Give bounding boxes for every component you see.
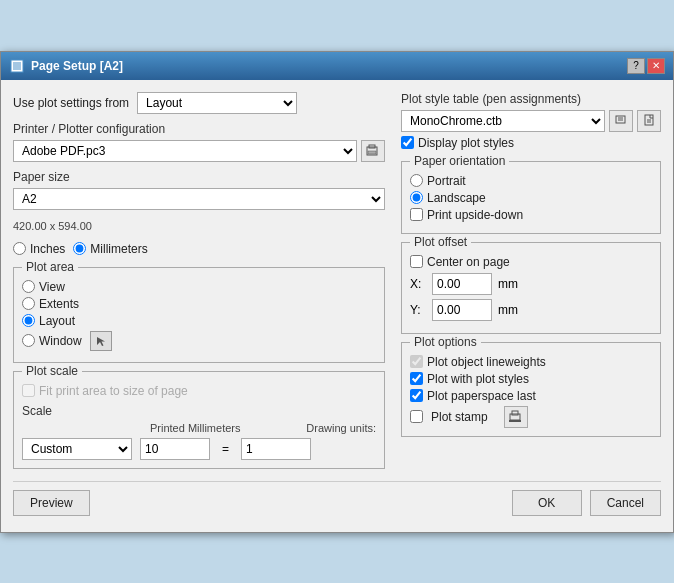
print-upside-down-label: Print upside-down <box>427 208 523 222</box>
fit-print-label: Fit print area to size of page <box>39 384 188 398</box>
scale-row: Custom = <box>22 438 376 460</box>
printer-properties-button[interactable] <box>361 140 385 162</box>
dialog-title: Page Setup [A2] <box>31 59 123 73</box>
print-upside-down-checkbox[interactable] <box>410 208 423 221</box>
window-radio[interactable] <box>22 334 35 347</box>
plot-scale-title: Plot scale <box>22 364 82 378</box>
printed-mm-input[interactable] <box>140 438 210 460</box>
plot-with-plot-styles-checkbox[interactable] <box>410 372 423 385</box>
printer-select[interactable]: Adobe PDF.pc3 <box>13 140 357 162</box>
extents-radio[interactable] <box>22 297 35 310</box>
millimeters-radio[interactable] <box>73 242 86 255</box>
scale-sub-labels: Printed Millimeters Drawing units: <box>22 422 376 434</box>
edit-plot-style-button[interactable] <box>609 110 633 132</box>
help-button[interactable]: ? <box>627 58 645 74</box>
paper-orientation-group: Paper orientation Portrait Landscape <box>401 161 661 234</box>
edit-icon <box>615 114 628 127</box>
plot-stamp-settings-button[interactable] <box>504 406 528 428</box>
plot-paperspace-last-label: Plot paperspace last <box>427 389 536 403</box>
app-icon <box>9 58 25 74</box>
use-plot-settings-label: Use plot settings from <box>13 96 129 110</box>
center-on-page-label: Center on page <box>427 255 510 269</box>
new-file-icon <box>643 114 656 127</box>
layout-radio[interactable] <box>22 314 35 327</box>
plot-area-title: Plot area <box>22 260 78 274</box>
cancel-button[interactable]: Cancel <box>590 490 661 516</box>
plot-options-title: Plot options <box>410 335 481 349</box>
fit-print-checkbox[interactable] <box>22 384 35 397</box>
x-label: X: <box>410 277 426 291</box>
plot-scale-group: Plot scale Fit print area to size of pag… <box>13 371 385 469</box>
cursor-icon <box>95 335 107 347</box>
left-column: Use plot settings from Layout Printer / … <box>13 92 385 469</box>
plot-stamp-label: Plot stamp <box>431 410 488 424</box>
millimeters-label: Millimeters <box>90 242 147 256</box>
printed-mm-sublabel: Printed Millimeters <box>150 422 298 434</box>
view-radio-row: View <box>22 280 376 294</box>
display-plot-styles-label: Display plot styles <box>418 136 514 150</box>
center-on-page-row: Center on page <box>410 255 652 269</box>
drawing-units-input[interactable] <box>241 438 311 460</box>
window-radio-row: Window <box>22 331 376 351</box>
scale-label: Scale <box>22 404 376 418</box>
portrait-label: Portrait <box>427 174 466 188</box>
view-label: View <box>39 280 65 294</box>
plot-offset-group: Plot offset Center on page X: mm Y: <box>401 242 661 334</box>
inches-label: Inches <box>30 242 65 256</box>
printer-row: Adobe PDF.pc3 <box>13 140 385 162</box>
new-plot-style-button[interactable] <box>637 110 661 132</box>
plot-object-lineweights-checkbox[interactable] <box>410 355 423 368</box>
print-upside-down-row: Print upside-down <box>410 208 652 222</box>
center-on-page-checkbox[interactable] <box>410 255 423 268</box>
display-plot-styles-checkbox[interactable] <box>401 136 414 149</box>
plot-style-table-label: Plot style table (pen assignments) <box>401 92 661 106</box>
scale-select[interactable]: Custom <box>22 438 132 460</box>
landscape-radio[interactable] <box>410 191 423 204</box>
svg-marker-5 <box>97 337 105 346</box>
title-bar-buttons: ? ✕ <box>627 58 665 74</box>
view-radio[interactable] <box>22 280 35 293</box>
preview-button[interactable]: Preview <box>13 490 90 516</box>
svg-rect-14 <box>509 420 521 422</box>
right-column: Plot style table (pen assignments) MonoC… <box>401 92 661 469</box>
window-select-button[interactable] <box>90 331 112 351</box>
title-bar-left: Page Setup [A2] <box>9 58 123 74</box>
display-plot-styles-row: Display plot styles <box>401 136 661 150</box>
svg-rect-1 <box>13 62 21 70</box>
x-offset-row: X: mm <box>410 273 652 295</box>
close-button[interactable]: ✕ <box>647 58 665 74</box>
main-columns: Use plot settings from Layout Printer / … <box>13 92 661 469</box>
drawing-units-sublabel: Drawing units: <box>306 422 376 434</box>
plot-paperspace-last-checkbox[interactable] <box>410 389 423 402</box>
use-plot-settings-row: Use plot settings from Layout <box>13 92 385 114</box>
page-setup-dialog: Page Setup [A2] ? ✕ Use plot settings fr… <box>0 51 674 533</box>
plot-options-group: Plot options Plot object lineweights Plo… <box>401 342 661 437</box>
extents-radio-row: Extents <box>22 297 376 311</box>
plot-style-row: MonoChrome.ctb <box>401 110 661 132</box>
landscape-radio-row: Landscape <box>410 191 652 205</box>
x-offset-input[interactable] <box>432 273 492 295</box>
inches-radio[interactable] <box>13 242 26 255</box>
y-label: Y: <box>410 303 426 317</box>
printer-section-label: Printer / Plotter configuration <box>13 122 385 136</box>
layout-radio-row: Layout <box>22 314 376 328</box>
window-label: Window <box>39 334 82 348</box>
extents-label: Extents <box>39 297 79 311</box>
plot-style-section: Plot style table (pen assignments) MonoC… <box>401 92 661 153</box>
layout-label: Layout <box>39 314 75 328</box>
x-mm-label: mm <box>498 277 518 291</box>
plot-stamp-checkbox[interactable] <box>410 410 423 423</box>
portrait-radio[interactable] <box>410 174 423 187</box>
paper-size-label: Paper size <box>13 170 385 184</box>
plot-style-select[interactable]: MonoChrome.ctb <box>401 110 605 132</box>
paper-size-section: Paper size A2 <box>13 170 385 210</box>
plot-stamp-row: Plot stamp <box>410 406 652 428</box>
title-bar: Page Setup [A2] ? ✕ <box>1 52 673 80</box>
plot-area-group: Plot area View Extents Layout <box>13 267 385 363</box>
use-plot-settings-select[interactable]: Layout <box>137 92 297 114</box>
y-offset-input[interactable] <box>432 299 492 321</box>
printer-section: Printer / Plotter configuration Adobe PD… <box>13 122 385 162</box>
paper-size-select[interactable]: A2 <box>13 188 385 210</box>
ok-button[interactable]: OK <box>512 490 582 516</box>
scale-section: Scale Printed Millimeters Drawing units:… <box>22 404 376 460</box>
